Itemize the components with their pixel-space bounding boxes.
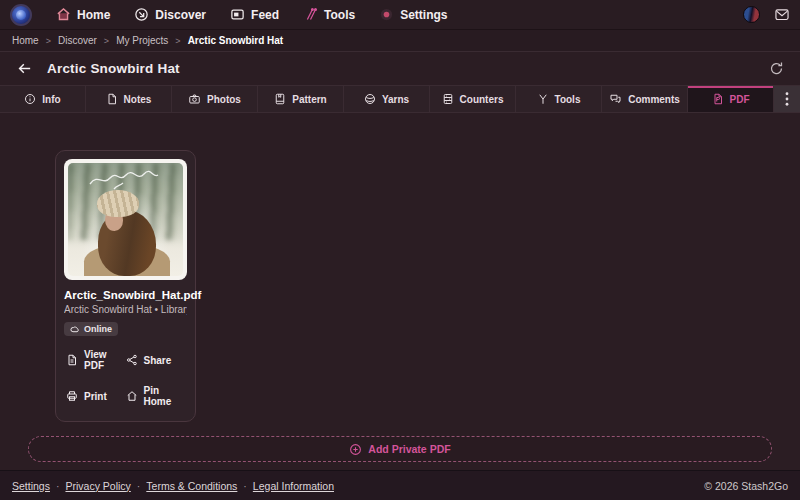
action-label: Share (144, 355, 172, 366)
title-bar: Arctic Snowbird Hat (0, 52, 800, 85)
status-badge: Online (64, 322, 118, 336)
nav-label: Feed (251, 8, 279, 22)
pdf-thumbnail[interactable] (64, 159, 187, 280)
tab-overflow-menu[interactable] (774, 86, 800, 112)
breadcrumb-separator: > (104, 36, 109, 46)
tab-label: Info (42, 94, 60, 105)
pdf-subtitle: Arctic Snowbird Hat • Library P… (64, 304, 187, 315)
nav-label: Discover (155, 8, 206, 22)
pdf-actions: View PDF Share Print Pin Home (64, 349, 187, 407)
note-icon (106, 93, 118, 105)
nav-item-feed[interactable]: Feed (230, 7, 279, 22)
nav-label: Settings (400, 8, 447, 22)
cloud-icon (70, 325, 80, 333)
document-icon (66, 354, 78, 366)
pdf-cover-photo (68, 163, 183, 276)
tools-icon (537, 93, 549, 105)
breadcrumb-discover[interactable]: Discover (58, 35, 97, 46)
discover-icon (134, 7, 149, 22)
pattern-book-icon (274, 93, 286, 105)
yarn-ball-icon (364, 93, 376, 105)
nav-item-home[interactable]: Home (56, 7, 110, 22)
footer-link-privacy-policy[interactable]: Privacy Policy (65, 480, 130, 492)
footer-link-settings[interactable]: Settings (12, 480, 50, 492)
tab-counters[interactable]: Counters (430, 86, 516, 112)
info-icon (24, 93, 36, 105)
knitting-needles-icon (303, 7, 318, 22)
footer-link-legal[interactable]: Legal Information (253, 480, 334, 492)
counter-icon (442, 93, 454, 105)
settings-dot-icon (379, 7, 394, 22)
refresh-icon[interactable] (769, 61, 784, 76)
pin-home-icon (126, 390, 138, 402)
breadcrumb-separator: > (46, 36, 51, 46)
tab-label: Counters (460, 94, 504, 105)
pdf-filename: Arctic_Snowbird_Hat.pdf (64, 289, 187, 301)
pdf-file-icon (712, 93, 724, 105)
nav-item-settings[interactable]: Settings (379, 7, 447, 22)
kebab-menu-icon (785, 92, 789, 106)
breadcrumb-separator: > (175, 36, 180, 46)
page-title: Arctic Snowbird Hat (47, 61, 180, 76)
breadcrumb-my-projects[interactable]: My Projects (116, 35, 168, 46)
main-content: Arctic_Snowbird_Hat.pdf Arctic Snowbird … (0, 113, 800, 470)
app-logo-icon (16, 10, 26, 20)
share-icon (126, 354, 138, 366)
nav-item-tools[interactable]: Tools (303, 7, 355, 22)
mail-icon[interactable] (774, 8, 790, 22)
pdf-card: Arctic_Snowbird_Hat.pdf Arctic Snowbird … (55, 150, 196, 422)
tab-tools[interactable]: Tools (516, 86, 602, 112)
nav-label: Tools (324, 8, 355, 22)
print-button[interactable]: Print (66, 385, 126, 407)
share-button[interactable]: Share (126, 349, 186, 371)
action-label: Pin Home (144, 385, 186, 407)
tab-label: Notes (124, 94, 152, 105)
nav-label: Home (77, 8, 110, 22)
comments-icon (609, 93, 622, 105)
breadcrumb: Home > Discover > My Projects > Arctic S… (0, 30, 800, 52)
tab-label: Tools (555, 94, 581, 105)
pin-home-button[interactable]: Pin Home (126, 385, 186, 407)
action-label: View PDF (84, 349, 126, 371)
feed-icon (230, 7, 245, 22)
footer-separator: · (56, 480, 60, 492)
tab-yarns[interactable]: Yarns (344, 86, 430, 112)
app-logo[interactable] (10, 4, 32, 26)
home-icon (56, 7, 71, 22)
nav-item-discover[interactable]: Discover (134, 7, 206, 22)
action-label: Print (84, 391, 107, 402)
breadcrumb-home[interactable]: Home (12, 35, 39, 46)
breadcrumb-current: Arctic Snowbird Hat (188, 35, 284, 46)
tab-photos[interactable]: Photos (172, 86, 258, 112)
footer: Settings · Privacy Policy · Terms & Cond… (0, 470, 800, 500)
top-nav: Home Discover Feed Tools Settings (0, 0, 800, 30)
tab-label: PDF (730, 94, 750, 105)
view-pdf-button[interactable]: View PDF (66, 349, 126, 371)
tab-bar: Info Notes Photos Pattern Yarns Counters… (0, 85, 800, 113)
footer-separator: · (137, 480, 141, 492)
tab-label: Pattern (292, 94, 326, 105)
tab-comments[interactable]: Comments (602, 86, 688, 112)
tab-label: Yarns (382, 94, 409, 105)
copyright-text: © 2026 Stash2Go (704, 480, 788, 492)
plus-circle-icon (349, 443, 362, 456)
footer-link-terms[interactable]: Terms & Conditions (146, 480, 237, 492)
camera-icon (188, 93, 201, 105)
tab-notes[interactable]: Notes (86, 86, 172, 112)
add-private-pdf-label: Add Private PDF (368, 443, 450, 455)
status-label: Online (84, 324, 112, 334)
user-avatar[interactable] (743, 6, 760, 23)
tab-pdf[interactable]: PDF (688, 86, 774, 112)
tab-label: Photos (207, 94, 241, 105)
footer-separator: · (243, 480, 247, 492)
tab-label: Comments (628, 94, 680, 105)
add-private-pdf-button[interactable]: Add Private PDF (28, 436, 772, 462)
tab-pattern[interactable]: Pattern (258, 86, 344, 112)
top-nav-right (743, 6, 790, 23)
figure-knit-hat (97, 190, 139, 217)
tab-info[interactable]: Info (0, 86, 86, 112)
back-arrow-icon[interactable] (16, 60, 33, 77)
printer-icon (66, 390, 78, 402)
